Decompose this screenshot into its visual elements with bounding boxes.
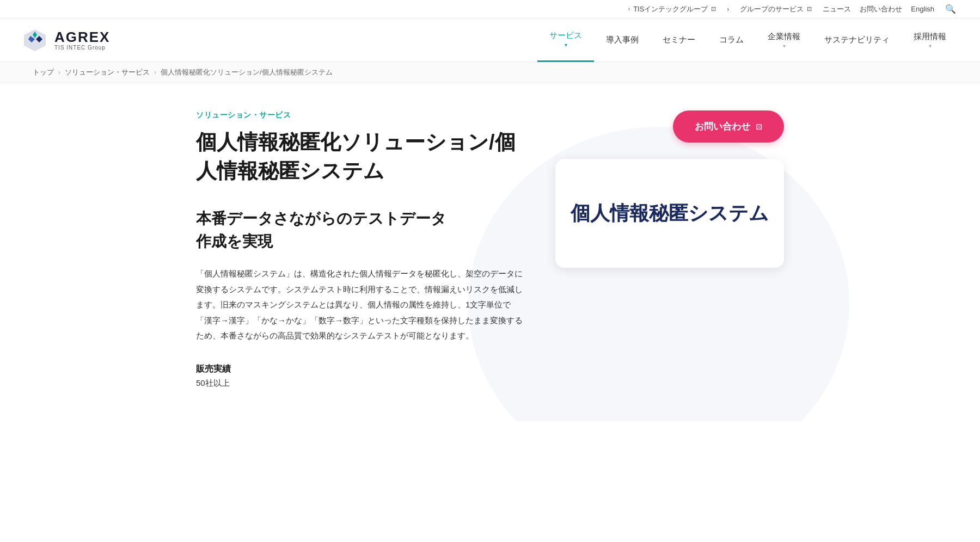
breadcrumb-current: 個人情報秘匿化ソリューション/個人情報秘匿システム	[161, 67, 333, 77]
nav-arrow-recruit: ▾	[929, 43, 932, 49]
nav-arrow-company: ▾	[783, 43, 786, 49]
contact-button[interactable]: お問い合わせ ⊡	[673, 110, 784, 143]
contact-link[interactable]: お問い合わせ	[860, 4, 902, 14]
top-bar-right: ニュース お問い合わせ English 🔍	[823, 2, 958, 17]
nav-item-service[interactable]: サービス ▾	[537, 19, 594, 62]
nav-item-seminar[interactable]: セミナー	[651, 19, 707, 62]
service-category-label: ソリューション・サービス	[196, 110, 523, 120]
bc-sep-1: ›	[58, 69, 60, 76]
main-nav: サービス ▾ 導入事例 セミナー コラム 企業情報 ▾ サステナビリティ 採用情…	[537, 19, 958, 62]
group-services-link[interactable]: グループのサービス ⊡	[740, 4, 812, 14]
nav-label-recruit: 採用情報	[914, 32, 946, 42]
nav-item-sustainability[interactable]: サステナビリティ	[812, 19, 902, 62]
nav-label-company: 企業情報	[768, 32, 800, 42]
search-button[interactable]: 🔍	[943, 2, 958, 17]
nav-label-seminar: セミナー	[663, 35, 695, 45]
nav-item-recruit[interactable]: 採用情報 ▾	[902, 19, 958, 62]
nav-label-column: コラム	[719, 35, 744, 45]
right-column: お問い合わせ ⊡ 個人情報秘匿システム	[555, 110, 784, 268]
nav-item-company[interactable]: 企業情報 ▾	[756, 19, 812, 62]
nav-item-cases[interactable]: 導入事例	[594, 19, 651, 62]
external-link-icon-2: ⊡	[807, 5, 812, 13]
product-card: 個人情報秘匿システム	[555, 159, 784, 268]
page-title: 個人情報秘匿化ソリュー­ション/個人情報秘匿­システム	[196, 128, 523, 186]
nav-item-column[interactable]: コラム	[707, 19, 756, 62]
news-link[interactable]: ニュース	[823, 4, 851, 14]
left-column: ソリューション・サービス 個人情報秘匿化ソリュー­ション/個人情報秘匿­システム…	[196, 110, 523, 389]
content-inner: ソリューション・サービス 個人情報秘匿化ソリュー­ション/個人情報秘匿­システム…	[196, 110, 784, 389]
contact-btn-label: お問い合わせ	[695, 120, 750, 133]
nav-label-sustainability: サステナビリティ	[824, 35, 890, 45]
logo-link[interactable]: AGREX TIS INTEC Group	[22, 27, 110, 53]
main-content: ソリューション・サービス 個人情報秘匿化ソリュー­ション/個人情報秘匿­システム…	[163, 83, 817, 421]
tis-group-label[interactable]: TISインテックグループ	[633, 4, 708, 14]
sales-label: 販売実績	[196, 364, 523, 375]
logo-icon	[22, 27, 48, 53]
bc-sep-2: ›	[154, 69, 156, 76]
breadcrumb-solutions[interactable]: ソリューション・サービス	[65, 67, 150, 77]
group-services-label[interactable]: グループのサービス	[740, 4, 804, 14]
nav-label-service: サービス	[549, 30, 582, 41]
chevron-right-icon: ›	[628, 6, 630, 12]
external-link-icon: ⊡	[711, 5, 716, 13]
site-header: AGREX TIS INTEC Group サービス ▾ 導入事例 セミナー コ…	[0, 19, 980, 62]
breadcrumb: トップ › ソリューション・サービス › 個人情報秘匿化ソリューション/個人情報…	[0, 62, 980, 83]
sales-value: 50社以上	[196, 378, 523, 389]
product-card-title: 個人情報秘匿システム	[571, 200, 769, 227]
nav-label-cases: 導入事例	[606, 35, 639, 45]
nav-arrow-service: ▾	[565, 42, 567, 48]
logo-main-text: AGREX	[54, 29, 110, 45]
sales-section: 販売実績 50社以上	[196, 364, 523, 389]
divider: ›	[727, 5, 729, 13]
body-text: 「個人情報秘匿システム」は、構造化された個人情報データを秘匿化し、架空のデータに…	[196, 266, 523, 344]
sub-heading: 本番データさながらのテストデータ作成を実現	[196, 207, 523, 253]
tis-group-link[interactable]: › TISインテックグループ ⊡	[628, 4, 716, 14]
english-link[interactable]: English	[911, 5, 934, 13]
logo-text: AGREX TIS INTEC Group	[54, 29, 110, 51]
external-link-btn-icon: ⊡	[756, 122, 762, 131]
logo-sub-text: TIS INTEC Group	[54, 45, 110, 51]
top-bar: › TISインテックグループ ⊡ › グループのサービス ⊡ ニュース お問い合…	[0, 0, 980, 19]
breadcrumb-top[interactable]: トップ	[33, 67, 54, 77]
